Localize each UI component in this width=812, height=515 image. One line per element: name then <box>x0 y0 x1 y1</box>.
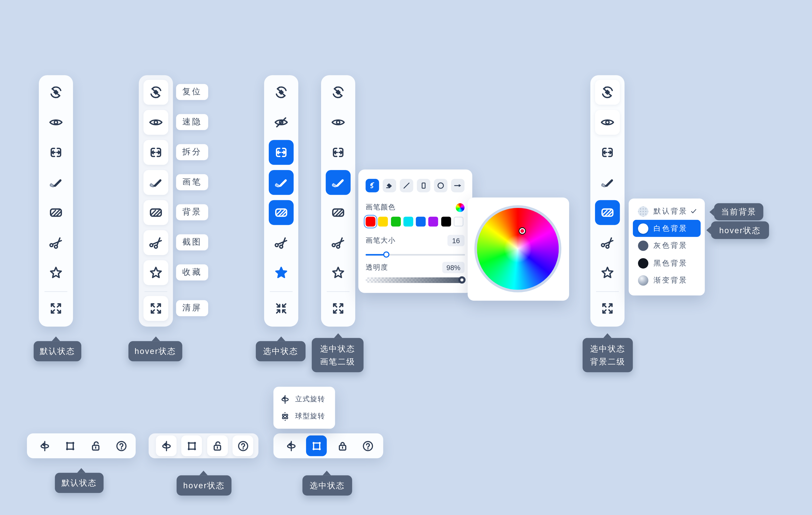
help-button[interactable] <box>111 436 132 456</box>
rectangle-tool-button[interactable] <box>417 179 430 192</box>
clear-screen-button[interactable] <box>326 296 350 321</box>
color-swatch-5[interactable] <box>429 217 438 227</box>
background-icon <box>48 205 64 220</box>
split-button[interactable] <box>143 140 168 165</box>
favorite-button[interactable] <box>44 260 68 285</box>
line-tool-button[interactable] <box>400 179 413 192</box>
lock-button[interactable] <box>207 436 228 456</box>
split-button[interactable] <box>326 140 350 165</box>
quick-hide-button[interactable] <box>269 110 294 135</box>
frame-icon <box>63 439 76 452</box>
favorite-button[interactable] <box>595 260 620 285</box>
opacity-thumb[interactable] <box>458 276 466 283</box>
background-icon <box>148 205 164 220</box>
color-swatch-1[interactable] <box>378 217 388 227</box>
favorite-button[interactable] <box>143 260 168 285</box>
reset-button[interactable] <box>595 80 620 105</box>
arrow-tool-button[interactable] <box>451 179 464 192</box>
toolbar-divider <box>596 291 619 292</box>
tooltip-menu-hover: hover状态 <box>711 221 769 239</box>
favorite-button[interactable] <box>326 260 350 285</box>
background-button[interactable] <box>595 200 620 225</box>
freehand-tool-button[interactable] <box>366 179 379 192</box>
color-swatch-7[interactable] <box>454 217 464 227</box>
pen-button[interactable] <box>44 170 68 195</box>
color-swatch-0[interactable] <box>366 217 376 227</box>
color-swatch-6[interactable] <box>441 217 451 227</box>
color-swatch-3[interactable] <box>403 217 413 227</box>
pen-size-thumb[interactable] <box>383 251 390 258</box>
ellipse-tool-button[interactable] <box>434 179 447 192</box>
lock-button[interactable] <box>332 436 353 456</box>
rotate-button[interactable] <box>281 436 301 456</box>
screenshot-button[interactable] <box>269 230 294 255</box>
color-wheel-selector[interactable] <box>519 228 525 234</box>
pen-color-swatches <box>366 217 464 227</box>
background-button[interactable] <box>326 200 350 225</box>
help-button[interactable] <box>232 436 253 456</box>
screenshot-button[interactable] <box>326 230 350 255</box>
quick-hide-button[interactable] <box>143 110 168 135</box>
check-icon <box>690 208 697 215</box>
eraser-tool-button[interactable] <box>383 179 396 192</box>
screenshot-button[interactable] <box>44 230 68 255</box>
color-swatch-4[interactable] <box>416 217 426 227</box>
tooltip-hbar-hover: hover状态 <box>177 476 232 495</box>
reset-button[interactable] <box>269 80 294 105</box>
menu-item-black-bg[interactable]: 黑色背景 <box>633 254 701 272</box>
menu-item-label: 渐变背景 <box>654 276 688 285</box>
background-button[interactable] <box>269 200 294 225</box>
pen-button[interactable] <box>326 170 350 195</box>
split-button[interactable] <box>269 140 294 165</box>
clear-screen-button[interactable] <box>595 296 620 321</box>
reset-button[interactable] <box>326 80 350 105</box>
menu-item-gray-bg[interactable]: 灰色背景 <box>633 237 701 254</box>
tooltip-line: 画笔二级 <box>320 355 355 368</box>
color-swatch-2[interactable] <box>391 217 401 227</box>
background-button[interactable] <box>143 200 168 225</box>
split-button[interactable] <box>44 140 68 165</box>
rotate-button[interactable] <box>34 436 55 456</box>
lock-button[interactable] <box>85 436 106 456</box>
transform-button[interactable] <box>59 436 80 456</box>
frame-icon <box>185 439 198 452</box>
clear-screen-button[interactable] <box>44 296 68 321</box>
tooltip-line: hover状态 <box>135 345 176 358</box>
star-icon <box>600 265 615 280</box>
menu-item-white-bg[interactable]: 白色背景 <box>633 220 701 237</box>
clear-screen-button[interactable] <box>269 296 294 321</box>
opacity-value: 98% <box>442 262 464 273</box>
split-button[interactable] <box>595 140 620 165</box>
split-icon <box>600 144 615 160</box>
rotate-button[interactable] <box>156 436 176 456</box>
pen-size-slider[interactable] <box>366 251 465 258</box>
line-icon <box>402 181 411 190</box>
menu-item-gradient-bg[interactable]: 渐变背景 <box>633 272 701 289</box>
color-wheel-icon[interactable] <box>456 203 464 212</box>
quick-hide-button[interactable] <box>595 110 620 135</box>
background-menu: 默认背景白色背景灰色背景黑色背景渐变背景 <box>629 198 705 295</box>
favorite-button[interactable] <box>269 260 294 285</box>
background-button[interactable] <box>44 200 68 225</box>
help-button[interactable] <box>357 436 378 456</box>
opacity-slider[interactable] <box>366 277 465 283</box>
menu-item-sphere-rotate[interactable]: 球型旋转 <box>273 408 335 425</box>
screenshot-button[interactable] <box>595 230 620 255</box>
pen-button[interactable] <box>143 170 168 195</box>
menu-item-vertical-rotate[interactable]: 立式旋转 <box>273 391 335 407</box>
transform-button[interactable] <box>181 436 202 456</box>
pen-button[interactable] <box>595 170 620 195</box>
pen-button[interactable] <box>269 170 294 195</box>
split-icon <box>48 144 64 160</box>
clear-screen-button[interactable] <box>143 296 168 321</box>
color-wheel[interactable] <box>474 205 561 293</box>
quick-hide-button[interactable] <box>326 110 350 135</box>
reset-button[interactable] <box>143 80 168 105</box>
menu-item-default-bg[interactable]: 默认背景 <box>633 202 701 220</box>
quick-hide-button[interactable] <box>44 110 68 135</box>
transform-button[interactable] <box>306 436 327 456</box>
reset-button[interactable] <box>44 80 68 105</box>
screenshot-button[interactable] <box>143 230 168 255</box>
hover-label-split: 拆分 <box>176 144 208 160</box>
scissors-icon <box>330 235 346 250</box>
